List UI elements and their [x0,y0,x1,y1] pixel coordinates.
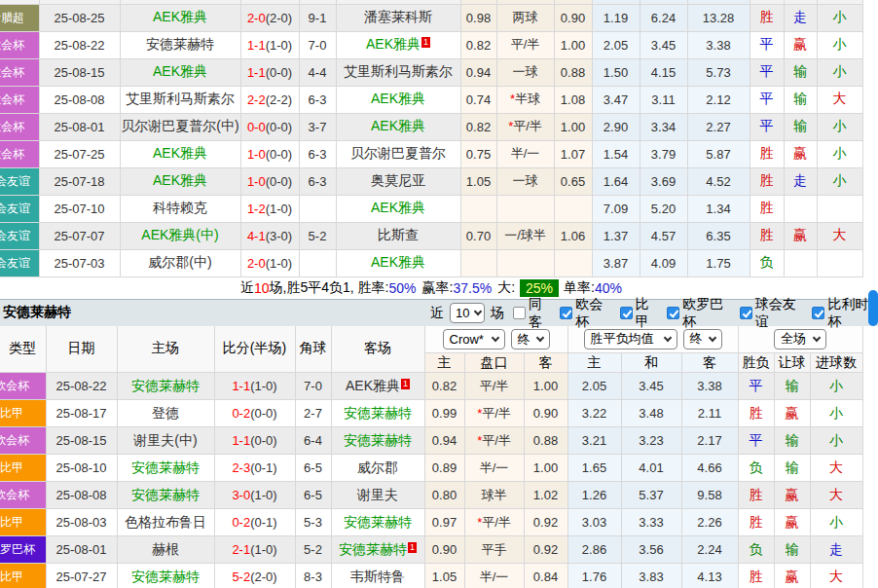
recent-count-select[interactable]: 10 [450,303,485,323]
away-team-link[interactable]: 安德莱赫特 [344,405,412,421]
corner-cell: 6-5 [295,455,331,482]
home-team-link[interactable]: 威尔郡(中) [148,254,211,270]
home-team-link[interactable]: AEK雅典 [153,63,207,79]
away-team-link[interactable]: 潘塞莱科斯 [364,9,432,24]
away-team-cell: 安德莱赫特1 [331,536,424,564]
league-badge: 球会友谊 [0,222,39,249]
away-team-link[interactable]: 贝尔谢巴夏普尔 [350,145,446,161]
home-team-link[interactable]: 赫根 [152,541,179,557]
home-team-link[interactable]: 安德莱赫特 [131,569,200,584]
away-team-link[interactable]: 安德莱赫特 [339,541,407,557]
league-badge: 欧会杯 [0,86,39,113]
away-team-cell: AEK雅典1 [336,31,460,58]
home-team-link[interactable]: 登德 [152,405,179,421]
stage-select[interactable]: 终 [511,329,550,349]
away-team-link[interactable]: 艾里斯利马斯素尔 [344,63,453,79]
away-team-link[interactable]: 奥莫尼亚 [371,172,425,188]
stage-select-2[interactable]: 终 [683,329,722,349]
result-goals: 走 [810,536,862,564]
match-date: 25-08-10 [46,455,117,482]
league-badge: 希腊超 [0,4,39,31]
col-euro-draw: 和 [621,353,681,373]
away-team-link[interactable]: 安德莱赫特 [344,514,412,530]
euro-draw-odds: 4.15 [640,58,687,86]
home-team-link[interactable]: 科特赖克 [153,200,207,215]
home-team-link[interactable]: AEK雅典 [153,145,207,161]
match-date: 25-08-15 [46,427,117,455]
col-result-wdl: 胜负 [738,353,774,373]
euro-home-odds: 3.22 [567,400,621,427]
handicap-home-odds: 0.90 [424,536,464,564]
result-wdl: 平 [750,58,784,86]
home-team-link[interactable]: 贝尔谢巴夏普尔(中) [121,118,238,133]
handicap-home-odds: 0.98 [460,4,496,31]
result-handicap [784,195,817,222]
filter-checkbox[interactable] [513,307,526,319]
match-date: 25-08-03 [46,509,117,536]
home-team-cell: 安德莱赫特 [117,564,214,588]
result-handicap: 输 [784,86,817,113]
result-wdl: 平 [750,113,784,140]
handicap-away-odds [554,249,592,276]
match-row: 球会友谊 25-07-10 科特赖克 1-2(1-0) AEK雅典 7.09 5… [0,195,862,222]
home-team-link[interactable]: 色格拉布鲁日 [125,514,206,530]
away-team-link[interactable]: AEK雅典 [366,36,421,52]
home-team-link[interactable]: 安德莱赫特 [146,36,214,52]
handicap-away-odds: 1.08 [554,86,592,113]
home-team-link[interactable]: AEK雅典 [153,172,207,188]
euro-draw-odds: 3.48 [621,400,681,427]
away-team-link[interactable]: AEK雅典 [371,91,425,106]
filter-checkbox[interactable] [560,307,572,319]
match-row: 比甲 25-08-10 安德莱赫特 2-3(0-1) 6-5 威尔郡 0.89 … [0,455,862,482]
home-team-cell: 安德莱赫特 [117,373,214,400]
full-match-select[interactable]: 全场 [774,329,826,349]
anderlecht-matches-table: 类型 日期 主场 比分(半场) 角球 客场 Crow*终 胜平负均值终 全场 主… [0,326,863,588]
euro-draw-odds: 3.45 [621,373,681,400]
home-team-link[interactable]: AEK雅典(中) [141,227,218,242]
filter-checkbox[interactable] [812,307,824,319]
away-team-link[interactable]: AEK雅典 [371,200,425,215]
home-team-link[interactable]: 安德莱赫特 [131,378,200,393]
score-cell: 1-1(0-0) [214,427,295,455]
handicap-line: 半/一 [496,140,554,167]
filter-checkbox[interactable] [620,307,633,319]
away-team-link[interactable]: 安德莱赫特 [344,432,412,448]
away-team-link[interactable]: AEK雅典 [371,254,425,270]
away-team-link[interactable]: AEK雅典 [346,378,400,393]
col-result-goals: 进球数 [810,353,862,373]
league-badge: 欧会杯 [0,482,46,509]
score-cell: 0-2(0-0) [214,400,295,427]
scrollbar-thumb[interactable] [868,290,878,326]
away-team-link[interactable]: 威尔郡 [357,459,398,475]
away-team-link[interactable]: 韦斯特鲁 [350,569,405,584]
away-team-link[interactable]: AEK雅典 [371,118,425,133]
home-team-link[interactable]: AEK雅典 [153,9,207,24]
col-result-handicap: 让球 [774,353,810,373]
avg-odds-select[interactable]: 胜平负均值 [584,329,677,349]
euro-away-odds: 5.73 [687,58,750,86]
home-team-link[interactable]: 艾里斯利马斯素尔 [126,91,235,106]
handicap-away-odds: 1.00 [524,373,567,400]
chevron-down-icon [474,308,482,315]
result-handicap: 输 [774,427,810,455]
score-cell: 1-1(1-0) [214,373,295,400]
result-wdl: 平 [750,31,784,58]
result-goals: 小 [817,58,862,86]
home-team-link[interactable]: 安德莱赫特 [131,487,200,502]
euro-away-odds: 4.66 [681,455,738,482]
bookmaker-select[interactable]: Crow* [443,329,505,349]
home-team-link[interactable]: 安德莱赫特 [131,459,200,475]
result-wdl: 胜 [738,564,774,588]
result-wdl: 负 [750,249,784,276]
league-badge: 欧会杯 [0,31,39,58]
red-card-badge: 1 [421,37,430,48]
filter-checkbox[interactable] [740,307,752,319]
result-wdl: 胜 [750,4,784,31]
home-team-link[interactable]: 谢里夫(中) [133,432,197,448]
filter-checkbox[interactable] [667,307,679,319]
score-cell: 2-0(1-0) [240,249,299,276]
match-row: 球会友谊 25-07-07 AEK雅典(中) 4-1(3-0) 5-2 比斯查 … [0,222,862,249]
away-team-link[interactable]: 比斯查 [378,227,419,242]
away-team-link[interactable]: 谢里夫 [357,487,398,502]
score-cell: 1-2(1-0) [240,195,299,222]
